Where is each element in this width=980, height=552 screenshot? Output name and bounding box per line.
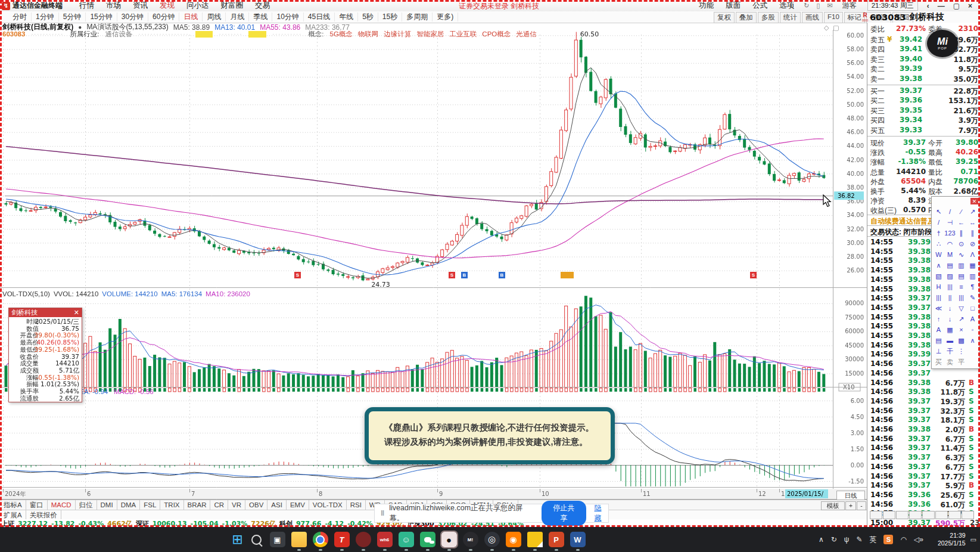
drawing-tool-icon[interactable]: ▧ — [933, 271, 944, 281]
powerpoint-icon[interactable]: P — [549, 532, 564, 547]
drawing-tool-icon[interactable]: ▥ — [967, 271, 978, 281]
drawing-tool-icon[interactable]: ∕ — [956, 206, 967, 217]
period-年线[interactable]: 年线 — [335, 13, 358, 21]
kwai-app-icon[interactable]: ◉ — [506, 532, 521, 547]
industry-value[interactable]: 通信设备 — [105, 30, 133, 39]
qq-icon[interactable]: ● — [441, 532, 457, 547]
function-button[interactable] — [909, 511, 922, 519]
drawing-tool-icon[interactable]: ∥ — [956, 228, 967, 238]
tab-VR[interactable]: VR — [228, 500, 245, 510]
drawing-tool-icon[interactable]: × — [956, 324, 967, 335]
drawing-tool-icon[interactable]: ▨ — [944, 271, 956, 281]
period-月线[interactable]: 月线 — [226, 13, 249, 21]
refresh-icon[interactable]: ↻ — [804, 2, 809, 10]
drawing-tool-icon[interactable]: ∧ — [967, 335, 978, 346]
function-button[interactable] — [935, 511, 948, 519]
tab-VOL-TDX[interactable]: VOL-TDX — [309, 500, 347, 510]
taskbar-clock[interactable]: 21:39 2025/1/15 — [938, 532, 966, 547]
word-icon[interactable]: W — [570, 532, 586, 547]
window-split-icon[interactable]: ▢ — [833, 24, 839, 32]
ticker-index-name[interactable]: 科创 — [279, 520, 293, 527]
concept-tag[interactable]: 物联网 — [358, 30, 379, 38]
tab-EMV[interactable]: EMV — [287, 500, 309, 510]
diamond-icon[interactable]: ◇ — [824, 24, 829, 32]
drawing-tool-icon[interactable]: ||| — [933, 292, 944, 303]
start-button[interactable]: ⊞ — [230, 532, 245, 547]
drawing-tool-icon[interactable]: ▤ — [933, 335, 944, 346]
search-icon[interactable] — [251, 535, 262, 545]
period-30分钟[interactable]: 30分钟 — [117, 13, 148, 21]
mic-icon[interactable]: ψ — [844, 535, 850, 544]
concept-tag[interactable]: 智能家居 — [416, 30, 444, 38]
tool-画线[interactable]: 画线 — [802, 12, 823, 23]
function-button[interactable] — [922, 511, 935, 519]
chrome-icon[interactable] — [313, 532, 328, 547]
drawing-tool-icon[interactable]: ✎ — [967, 292, 978, 303]
menu-行情[interactable]: 行情 — [73, 0, 100, 11]
period-周线[interactable]: 周线 — [203, 13, 226, 21]
notification-icon[interactable]: ▭ — [970, 536, 976, 544]
drawing-tool-icon[interactable]: ⊘ — [967, 238, 978, 249]
wh6-app-icon[interactable]: wh6 — [377, 532, 393, 547]
concept-tag[interactable]: 5G概念 — [329, 30, 352, 38]
drawing-tool-icon[interactable]: ⋮ — [956, 346, 967, 356]
period-1分钟[interactable]: 1分钟 — [32, 13, 59, 21]
drawing-tool-icon[interactable]: ≡ — [956, 281, 967, 292]
collapse-button[interactable]: ‹ — [927, 2, 929, 10]
concept-tag[interactable]: 边缘计算 — [384, 30, 411, 38]
drawing-tool-icon[interactable]: ↓ — [944, 303, 956, 314]
drawing-tool-icon[interactable]: / — [944, 206, 956, 217]
wifi-icon[interactable]: ◠ — [900, 535, 906, 544]
period-分时[interactable]: 分时 — [8, 13, 32, 21]
drawing-tool-icon[interactable]: □ — [967, 303, 978, 314]
menu-公式[interactable]: 公式 — [746, 0, 773, 11]
tab-指标A[interactable]: 指标A — [0, 500, 26, 510]
drawing-tool-icon[interactable]: Λ — [967, 249, 978, 260]
drawing-tool-icon[interactable]: ⊥ — [933, 346, 944, 356]
drawing-tool-icon[interactable]: A — [967, 314, 978, 324]
drawing-tool-icon[interactable]: ⊣ — [944, 217, 956, 228]
palette-平-label[interactable]: 平 — [956, 356, 967, 367]
period-60分钟[interactable]: 60分钟 — [148, 13, 179, 21]
period-5分钟[interactable]: 5分钟 — [59, 13, 86, 21]
ticker-index-name[interactable]: 深证 — [136, 520, 149, 527]
concept-tag[interactable]: 光通信 — [516, 30, 537, 38]
drawing-tool-icon[interactable]: ∧ — [933, 260, 944, 271]
drawing-tool-icon[interactable]: ◦ — [967, 324, 978, 335]
concept-tag[interactable]: CPO概念 — [482, 30, 511, 38]
drawing-tool-icon[interactable]: ▥ — [956, 260, 967, 271]
drawing-tool-icon[interactable]: ← — [956, 217, 967, 228]
pen-icon[interactable]: ✎ — [856, 535, 862, 544]
drawing-tool-icon[interactable]: || — [944, 292, 956, 303]
drawing-tool-icon[interactable]: 123 — [944, 228, 956, 238]
period-更多)[interactable]: 更多) — [433, 13, 458, 21]
popup-header[interactable]: 剑桥科技 ✕ — [9, 308, 82, 317]
drawing-tool-icon[interactable]: ¶ — [967, 281, 978, 292]
media-app-icon[interactable] — [356, 532, 371, 547]
template-button[interactable]: 模板 — [821, 501, 845, 510]
tab-CR[interactable]: CR — [210, 500, 228, 510]
period-15秒[interactable]: 15秒 — [378, 13, 402, 21]
task-view-icon[interactable]: ▣ — [270, 532, 285, 547]
close-icon[interactable]: ✕ — [970, 198, 978, 204]
ticker-index-name[interactable]: 上证 — [1, 520, 14, 527]
drawing-tool-icon[interactable]: ▤ — [944, 260, 956, 271]
drawing-tool-icon[interactable]: ↗ — [967, 206, 978, 217]
menu-版面[interactable]: 版面 — [720, 0, 746, 11]
drawing-tool-icon[interactable]: ↑ — [933, 314, 944, 324]
mobile-icon[interactable]: ▯ — [816, 2, 820, 10]
concept-tag[interactable]: 工业互联 — [449, 30, 477, 38]
tool-叠加[interactable]: 叠加 — [736, 12, 757, 23]
tab-OBV[interactable]: OBV — [245, 500, 267, 510]
drawing-tool-icon[interactable]: / — [933, 217, 944, 228]
period-日线[interactable]: 日线 — [179, 13, 203, 21]
menu-功能[interactable]: 功能 — [693, 0, 720, 11]
sync-icon[interactable]: ↻ — [831, 535, 837, 544]
drawing-tool-icon[interactable]: H — [933, 281, 944, 292]
drawing-tool-icon[interactable]: ↗ — [956, 314, 967, 324]
drawing-tool-icon[interactable]: M — [944, 249, 956, 260]
drawing-tool-icon[interactable]: ▽ — [956, 303, 967, 314]
palette-买-label[interactable]: 买 — [933, 356, 944, 367]
tab-TRIX[interactable]: TRIX — [160, 500, 183, 510]
function-button[interactable] — [870, 511, 882, 519]
